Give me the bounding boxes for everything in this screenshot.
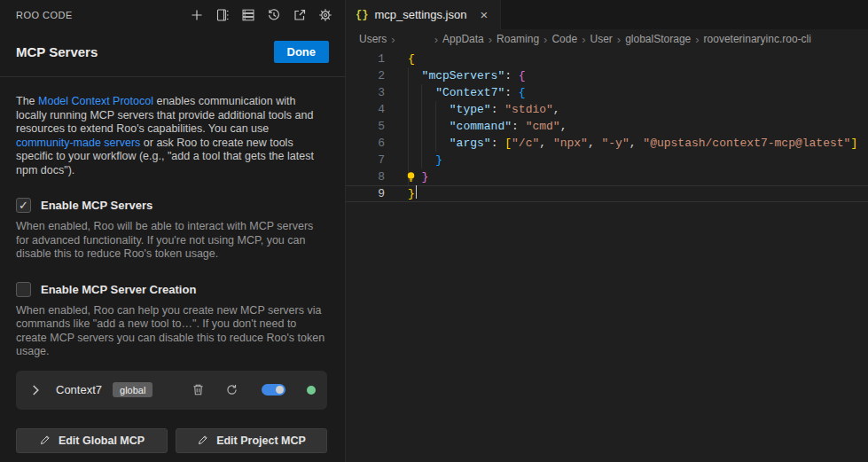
breadcrumb-item[interactable]: AppData [442,33,484,45]
plus-button[interactable] [185,4,207,26]
code-line-6[interactable]: 6 "args": ["/c", "npx", "-y", "@upstash/… [346,135,868,152]
code-line-4[interactable]: 4 "type": "stdio", [346,101,868,118]
edit-project-mcp-button[interactable]: Edit Project MCP [176,428,327,453]
breadcrumb-item[interactable]: User [590,33,612,45]
breadcrumb-separator-icon: › [434,33,438,46]
line-number[interactable]: 2 [346,67,385,84]
line-number[interactable]: 3 [346,84,385,101]
server-name: Context7 [56,383,102,396]
line-number[interactable]: 9 [346,185,385,202]
json-braces-icon: {} [356,9,368,21]
notebook-icon [215,8,230,22]
tab-mcp-settings-json[interactable]: {} mcp_settings.json × [346,0,501,29]
line-number[interactable]: 7 [346,152,385,168]
delete-server-button[interactable] [189,381,207,399]
line-number[interactable]: 5 [346,118,385,135]
code-line-content: "args": ["/c", "npx", "-y", "@upstash/co… [408,135,857,152]
breadcrumb-separator-icon: › [489,33,492,46]
gear-icon [318,8,332,22]
community-made-servers-link[interactable]: community-made servers [16,137,140,149]
editor-group: {} mcp_settings.json × Users››AppData›Ro… [346,0,868,462]
extension-title: ROO CODE [16,10,73,20]
breadcrumb-item[interactable]: Users [359,33,387,45]
edit-global-mcp-label: Edit Global MCP [59,435,145,447]
enable-mcp-servers-description: When enabled, Roo will be able to intera… [16,220,327,262]
history-icon [267,8,281,22]
expand-server-button[interactable] [27,382,43,398]
enable-mcp-servers-label: Enable MCP Servers [41,199,152,212]
edit-buttons-row: Edit Global MCP Edit Project MCP [16,428,327,453]
breadcrumb-item[interactable]: Roaming [497,33,539,45]
refresh-icon [225,383,239,396]
mcp-servers-header: MCP Servers Done [0,30,345,77]
code-line-8[interactable]: 8 } [346,168,868,185]
code-line-9[interactable]: 9} [346,185,868,202]
history-button[interactable] [262,4,285,26]
code-line-content: "type": "stdio", [408,101,560,118]
server-status-indicator [307,386,316,395]
server-enabled-toggle[interactable] [262,384,285,395]
code-line-content: } [408,152,442,168]
close-tab-button[interactable]: × [477,7,490,22]
server-row-context7: Context7 global [16,371,327,410]
code-line-content: "Context7": { [408,84,526,101]
line-number[interactable]: 8 [346,168,385,185]
tab-title: mcp_settings.json [374,8,466,21]
edit-project-mcp-label: Edit Project MCP [216,435,306,447]
breadcrumb-separator-icon: › [617,33,621,46]
intro-text: The [16,95,38,107]
panel-body: The Model Context Protocol enables commu… [0,77,345,453]
code-line-7[interactable]: 7 } [346,152,868,168]
breadcrumb-item[interactable]: rooveterinaryinc.roo-cli [704,33,811,45]
panel-titlebar: ROO CODE [0,0,345,30]
server-button[interactable] [237,4,259,26]
pencil-icon [197,435,208,446]
edit-global-mcp-button[interactable]: Edit Global MCP [16,428,168,453]
breadcrumb: Users››AppData›Roaming›Code›User›globalS… [346,29,868,49]
breadcrumb-item[interactable]: Code [551,33,577,45]
toggle-knob [276,386,284,394]
trash-icon [192,383,205,396]
code-area[interactable]: 1{2 "mcpServers": {3 "Context7": {4 "typ… [346,49,868,462]
line-number[interactable]: 1 [346,51,385,67]
pencil-icon [39,435,51,446]
page-title: MCP Servers [16,44,98,59]
line-number[interactable]: 6 [346,135,385,152]
breadcrumb-separator-icon: › [543,33,547,46]
lightbulb-icon[interactable] [404,170,418,184]
code-line-content: "command": "cmd", [408,118,567,135]
server-icon [241,8,255,22]
text-cursor [416,185,418,199]
notebook-button[interactable] [211,4,233,26]
enable-mcp-creation-checkbox[interactable]: ✓ [16,282,31,297]
code-line-1[interactable]: 1{ [346,51,868,67]
open-external-button[interactable] [288,4,310,26]
breadcrumb-item[interactable]: globalStorage [625,33,691,45]
code-line-content: { [408,51,415,67]
vscode-window: ROO CODE MCP Servers Done The Model Cont… [0,0,868,462]
enable-mcp-creation-label: Enable MCP Server Creation [41,283,196,296]
check-icon: ✓ [19,199,28,212]
breadcrumb-separator-icon: › [582,33,585,46]
code-line-2[interactable]: 2 "mcpServers": { [346,67,868,84]
breadcrumb-separator-icon: › [391,33,395,46]
code-line-3[interactable]: 3 "Context7": { [346,84,868,101]
enable-mcp-servers-row: ✓ Enable MCP Servers [16,198,327,213]
chevron-right-icon [27,382,43,398]
model-context-protocol-link[interactable]: Model Context Protocol [38,95,153,107]
enable-mcp-servers-checkbox[interactable]: ✓ [16,198,31,213]
roo-code-panel: ROO CODE MCP Servers Done The Model Cont… [0,0,346,462]
line-number[interactable]: 4 [346,101,385,118]
restart-server-button[interactable] [223,381,240,399]
panel-toolbar [185,4,336,26]
code-line-5[interactable]: 5 "command": "cmd", [346,118,868,135]
enable-mcp-creation-description: When enabled, Roo can help you create ne… [16,304,327,359]
done-button[interactable]: Done [274,41,330,63]
breadcrumb-separator-icon: › [695,33,699,46]
plus-icon [190,8,204,22]
enable-mcp-creation-row: ✓ Enable MCP Server Creation [16,282,327,297]
open-external-icon [293,8,307,22]
gear-button[interactable] [314,4,336,26]
code-line-content: "mcpServers": { [408,67,526,84]
server-scope-badge: global [113,382,152,397]
